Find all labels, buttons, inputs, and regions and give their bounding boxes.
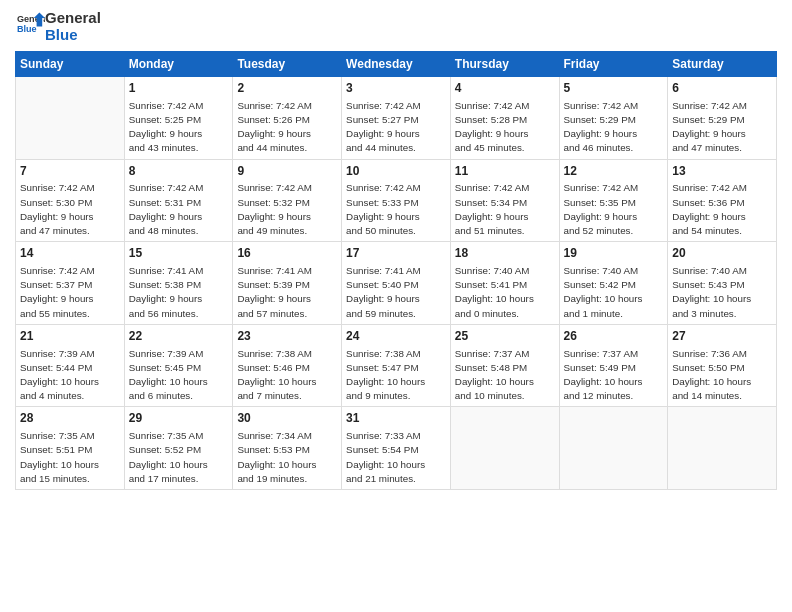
day-info: Sunrise: 7:39 AMSunset: 5:44 PMDaylight:… [20,347,120,404]
calendar-cell: 29Sunrise: 7:35 AMSunset: 5:52 PMDayligh… [124,407,233,490]
day-info: Sunrise: 7:37 AMSunset: 5:49 PMDaylight:… [564,347,664,404]
calendar-cell: 16Sunrise: 7:41 AMSunset: 5:39 PMDayligh… [233,242,342,325]
day-number: 24 [346,328,446,345]
day-info: Sunrise: 7:35 AMSunset: 5:51 PMDaylight:… [20,429,120,486]
calendar-cell: 5Sunrise: 7:42 AMSunset: 5:29 PMDaylight… [559,77,668,160]
col-header-thursday: Thursday [450,52,559,77]
col-header-tuesday: Tuesday [233,52,342,77]
day-info: Sunrise: 7:42 AMSunset: 5:28 PMDaylight:… [455,99,555,156]
day-number: 30 [237,410,337,427]
day-info: Sunrise: 7:33 AMSunset: 5:54 PMDaylight:… [346,429,446,486]
calendar-cell: 8Sunrise: 7:42 AMSunset: 5:31 PMDaylight… [124,159,233,242]
calendar-cell: 13Sunrise: 7:42 AMSunset: 5:36 PMDayligh… [668,159,777,242]
day-number: 23 [237,328,337,345]
day-info: Sunrise: 7:40 AMSunset: 5:41 PMDaylight:… [455,264,555,321]
day-info: Sunrise: 7:40 AMSunset: 5:42 PMDaylight:… [564,264,664,321]
calendar-week-4: 28Sunrise: 7:35 AMSunset: 5:51 PMDayligh… [16,407,777,490]
day-number: 12 [564,163,664,180]
calendar-cell: 26Sunrise: 7:37 AMSunset: 5:49 PMDayligh… [559,324,668,407]
calendar-cell: 9Sunrise: 7:42 AMSunset: 5:32 PMDaylight… [233,159,342,242]
calendar-cell: 25Sunrise: 7:37 AMSunset: 5:48 PMDayligh… [450,324,559,407]
day-info: Sunrise: 7:42 AMSunset: 5:29 PMDaylight:… [672,99,772,156]
calendar-week-3: 21Sunrise: 7:39 AMSunset: 5:44 PMDayligh… [16,324,777,407]
day-info: Sunrise: 7:37 AMSunset: 5:48 PMDaylight:… [455,347,555,404]
day-info: Sunrise: 7:38 AMSunset: 5:47 PMDaylight:… [346,347,446,404]
page: General Blue General Blue SundayMondayTu… [0,0,792,612]
day-number: 9 [237,163,337,180]
day-info: Sunrise: 7:41 AMSunset: 5:40 PMDaylight:… [346,264,446,321]
calendar-table: SundayMondayTuesdayWednesdayThursdayFrid… [15,51,777,490]
calendar-cell: 23Sunrise: 7:38 AMSunset: 5:46 PMDayligh… [233,324,342,407]
calendar-cell: 1Sunrise: 7:42 AMSunset: 5:25 PMDaylight… [124,77,233,160]
calendar-week-0: 1Sunrise: 7:42 AMSunset: 5:25 PMDaylight… [16,77,777,160]
day-info: Sunrise: 7:42 AMSunset: 5:34 PMDaylight:… [455,181,555,238]
logo-blue: Blue [45,27,101,44]
day-number: 28 [20,410,120,427]
header: General Blue General Blue [15,10,777,43]
calendar-cell: 2Sunrise: 7:42 AMSunset: 5:26 PMDaylight… [233,77,342,160]
calendar-cell [16,77,125,160]
day-number: 25 [455,328,555,345]
day-number: 21 [20,328,120,345]
day-number: 14 [20,245,120,262]
col-header-monday: Monday [124,52,233,77]
day-number: 5 [564,80,664,97]
day-number: 4 [455,80,555,97]
logo-general: General [45,10,101,27]
col-header-wednesday: Wednesday [342,52,451,77]
day-number: 17 [346,245,446,262]
calendar-cell: 17Sunrise: 7:41 AMSunset: 5:40 PMDayligh… [342,242,451,325]
day-number: 29 [129,410,229,427]
calendar-cell: 22Sunrise: 7:39 AMSunset: 5:45 PMDayligh… [124,324,233,407]
day-number: 15 [129,245,229,262]
day-number: 26 [564,328,664,345]
day-number: 2 [237,80,337,97]
calendar-cell: 31Sunrise: 7:33 AMSunset: 5:54 PMDayligh… [342,407,451,490]
calendar-week-2: 14Sunrise: 7:42 AMSunset: 5:37 PMDayligh… [16,242,777,325]
calendar-week-1: 7Sunrise: 7:42 AMSunset: 5:30 PMDaylight… [16,159,777,242]
day-info: Sunrise: 7:41 AMSunset: 5:38 PMDaylight:… [129,264,229,321]
day-number: 8 [129,163,229,180]
calendar-cell: 10Sunrise: 7:42 AMSunset: 5:33 PMDayligh… [342,159,451,242]
day-info: Sunrise: 7:38 AMSunset: 5:46 PMDaylight:… [237,347,337,404]
calendar-cell: 19Sunrise: 7:40 AMSunset: 5:42 PMDayligh… [559,242,668,325]
day-info: Sunrise: 7:39 AMSunset: 5:45 PMDaylight:… [129,347,229,404]
day-number: 6 [672,80,772,97]
calendar-cell: 30Sunrise: 7:34 AMSunset: 5:53 PMDayligh… [233,407,342,490]
day-number: 18 [455,245,555,262]
calendar-cell: 21Sunrise: 7:39 AMSunset: 5:44 PMDayligh… [16,324,125,407]
day-info: Sunrise: 7:42 AMSunset: 5:35 PMDaylight:… [564,181,664,238]
calendar-cell: 12Sunrise: 7:42 AMSunset: 5:35 PMDayligh… [559,159,668,242]
day-number: 3 [346,80,446,97]
calendar-cell: 14Sunrise: 7:42 AMSunset: 5:37 PMDayligh… [16,242,125,325]
day-number: 27 [672,328,772,345]
svg-text:Blue: Blue [17,24,37,34]
col-header-sunday: Sunday [16,52,125,77]
day-info: Sunrise: 7:41 AMSunset: 5:39 PMDaylight:… [237,264,337,321]
calendar-cell: 28Sunrise: 7:35 AMSunset: 5:51 PMDayligh… [16,407,125,490]
day-info: Sunrise: 7:42 AMSunset: 5:27 PMDaylight:… [346,99,446,156]
day-info: Sunrise: 7:42 AMSunset: 5:30 PMDaylight:… [20,181,120,238]
day-number: 13 [672,163,772,180]
calendar-cell [450,407,559,490]
day-info: Sunrise: 7:42 AMSunset: 5:33 PMDaylight:… [346,181,446,238]
day-info: Sunrise: 7:35 AMSunset: 5:52 PMDaylight:… [129,429,229,486]
calendar-cell: 18Sunrise: 7:40 AMSunset: 5:41 PMDayligh… [450,242,559,325]
calendar-cell: 20Sunrise: 7:40 AMSunset: 5:43 PMDayligh… [668,242,777,325]
day-info: Sunrise: 7:42 AMSunset: 5:31 PMDaylight:… [129,181,229,238]
day-number: 19 [564,245,664,262]
logo-icon: General Blue [17,11,45,39]
day-info: Sunrise: 7:42 AMSunset: 5:32 PMDaylight:… [237,181,337,238]
calendar-cell: 24Sunrise: 7:38 AMSunset: 5:47 PMDayligh… [342,324,451,407]
day-number: 7 [20,163,120,180]
day-info: Sunrise: 7:34 AMSunset: 5:53 PMDaylight:… [237,429,337,486]
day-number: 22 [129,328,229,345]
day-info: Sunrise: 7:36 AMSunset: 5:50 PMDaylight:… [672,347,772,404]
day-info: Sunrise: 7:42 AMSunset: 5:36 PMDaylight:… [672,181,772,238]
col-header-saturday: Saturday [668,52,777,77]
calendar-header-row: SundayMondayTuesdayWednesdayThursdayFrid… [16,52,777,77]
day-info: Sunrise: 7:42 AMSunset: 5:26 PMDaylight:… [237,99,337,156]
logo: General Blue General Blue [15,10,101,43]
calendar-cell: 7Sunrise: 7:42 AMSunset: 5:30 PMDaylight… [16,159,125,242]
calendar-cell [668,407,777,490]
